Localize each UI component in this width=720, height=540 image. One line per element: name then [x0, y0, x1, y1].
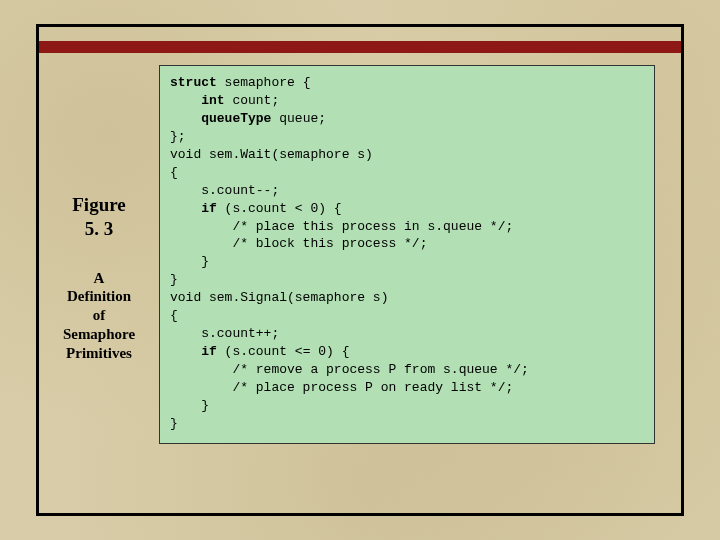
- content-row: Figure 5. 3 A Definition of Semaphore Pr…: [39, 65, 681, 513]
- code-l04: };: [170, 129, 186, 144]
- code-l18: /* place process P on ready list */;: [170, 380, 513, 395]
- side-label: Figure 5. 3 A Definition of Semaphore Pr…: [39, 65, 159, 362]
- figure-caption: A Definition of Semaphore Primitives: [39, 269, 159, 363]
- kw-queuetype: queueType: [170, 111, 271, 126]
- code-l15: s.count++;: [170, 326, 279, 341]
- kw-int: int: [170, 93, 225, 108]
- code-l19: }: [170, 398, 209, 413]
- kw-if-2: if: [170, 344, 217, 359]
- code-l09: /* place this process in s.queue */;: [170, 219, 513, 234]
- figure-number: Figure 5. 3: [39, 193, 159, 241]
- code-listing: struct semaphore { int count; queueType …: [170, 74, 644, 433]
- caption-4: Semaphore: [63, 326, 135, 342]
- figure-label-1: Figure: [72, 194, 125, 215]
- code-l02: count;: [225, 93, 280, 108]
- accent-bar: [39, 41, 681, 53]
- code-l01: semaphore {: [217, 75, 311, 90]
- code-l20: }: [170, 416, 178, 431]
- slide-frame: Figure 5. 3 A Definition of Semaphore Pr…: [36, 24, 684, 516]
- caption-5: Primitives: [66, 345, 132, 361]
- code-l17: /* remove a process P from s.queue */;: [170, 362, 529, 377]
- kw-struct: struct: [170, 75, 217, 90]
- code-l08: (s.count < 0) {: [217, 201, 342, 216]
- code-l11: }: [170, 254, 209, 269]
- code-l14: {: [170, 308, 178, 323]
- code-l16: (s.count <= 0) {: [217, 344, 350, 359]
- code-box: struct semaphore { int count; queueType …: [159, 65, 655, 444]
- figure-label-2: 5. 3: [85, 218, 114, 239]
- code-l13: void sem.Signal(semaphore s): [170, 290, 388, 305]
- code-l03: queue;: [271, 111, 326, 126]
- caption-1: A: [94, 270, 105, 286]
- kw-if-1: if: [170, 201, 217, 216]
- code-l06: {: [170, 165, 178, 180]
- code-l10: /* block this process */;: [170, 236, 427, 251]
- code-l12: }: [170, 272, 178, 287]
- caption-2: Definition: [67, 288, 131, 304]
- code-l07: s.count--;: [170, 183, 279, 198]
- caption-3: of: [93, 307, 106, 323]
- code-l05: void sem.Wait(semaphore s): [170, 147, 373, 162]
